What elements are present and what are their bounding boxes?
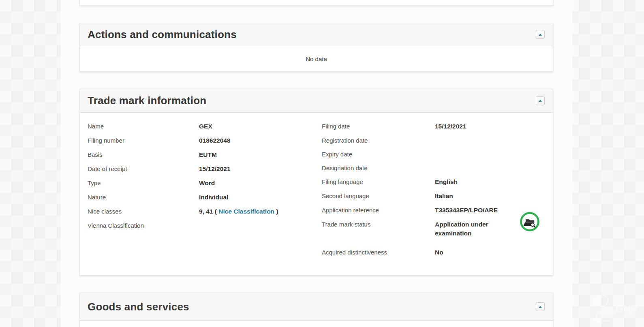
field-label: Name	[88, 122, 199, 131]
actions-communications-card: Actions and communications No data	[79, 23, 553, 72]
field-label: Nature	[88, 193, 199, 202]
field-label: Registration date	[322, 136, 435, 145]
field-value: English	[435, 177, 458, 186]
gnp-watermark: GNP	[587, 289, 640, 325]
field-value: Italian	[435, 192, 453, 201]
field-row-second-language: Second language Italian	[322, 192, 545, 201]
field-value: 15/12/2021	[435, 122, 466, 131]
field-value: Individual	[199, 193, 228, 202]
collapse-section-button[interactable]	[536, 30, 545, 39]
field-row-date-of-receipt: Date of receipt 15/12/2021	[88, 165, 322, 173]
no-data-text: No data	[306, 56, 327, 62]
field-row-nature: Nature Individual	[88, 193, 322, 202]
folder-magnifier-icon	[520, 212, 540, 232]
field-label: Date of receipt	[88, 165, 199, 173]
previous-card-bottom-edge	[79, 0, 553, 6]
section-title: Goods and services	[88, 301, 189, 313]
chevron-up-icon	[539, 100, 542, 102]
field-label: Basis	[88, 150, 199, 159]
field-value: 9, 41 ( Nice Classification )	[199, 207, 278, 216]
tm-right-column: Filing date 15/12/2021 Registration date…	[322, 122, 545, 262]
field-row-type: Type Word	[88, 179, 322, 188]
field-value: 15/12/2021	[199, 165, 231, 173]
field-value: 018622048	[199, 136, 231, 145]
trade-mark-information-card: Trade mark information Name GEX Filing n…	[79, 89, 553, 276]
field-value: No	[435, 248, 443, 257]
field-label: Second language	[322, 192, 435, 201]
field-label: Filing date	[322, 122, 435, 131]
tm-left-column: Name GEX Filing number 018622048 Basis E…	[88, 122, 322, 262]
goods-and-services-card: Goods and services	[79, 293, 553, 327]
field-row-application-reference: Application reference T335343EP/LPO/ARE	[322, 206, 545, 215]
section-title: Actions and communications	[88, 28, 237, 41]
field-label: Type	[88, 179, 199, 188]
trade-mark-information-body: Name GEX Filing number 018622048 Basis E…	[80, 113, 553, 262]
goods-and-services-header: Goods and services	[80, 293, 553, 321]
field-label: Acquired distinctiveness	[322, 248, 435, 257]
field-label: Vienna Classification	[88, 221, 199, 230]
field-label: Nice classes	[88, 207, 199, 216]
field-row-filing-number: Filing number 018622048	[88, 136, 322, 145]
section-title: Trade mark information	[88, 94, 206, 107]
field-row-expiry-date: Expiry date	[322, 150, 545, 158]
gnp-watermark-text: GNP	[616, 303, 638, 314]
field-label: Trade mark status	[322, 220, 435, 238]
trade-mark-status-value: Application under examination	[435, 220, 507, 238]
actions-communications-body: No data	[80, 46, 553, 72]
nice-classes-prefix: 9, 41 (	[199, 208, 218, 215]
actions-communications-header: Actions and communications	[80, 23, 553, 46]
field-value: EUTM	[199, 150, 217, 159]
field-value: T335343EP/LPO/ARE	[435, 206, 498, 215]
status-file-inspection-button[interactable]	[520, 212, 540, 232]
chevron-up-icon	[539, 306, 542, 308]
field-row-nice-classes: Nice classes 9, 41 ( Nice Classification…	[88, 207, 322, 216]
field-row-filing-date: Filing date 15/12/2021	[322, 122, 545, 131]
field-row-designation-date: Designation date	[322, 164, 545, 172]
field-row-filing-language: Filing language English	[322, 177, 545, 186]
gnp-watermark-logo-icon	[587, 289, 640, 325]
field-row-trade-mark-status: Trade mark status Application under exam…	[322, 220, 545, 238]
field-label: Application reference	[322, 206, 435, 215]
field-row-basis: Basis EUTM	[88, 150, 322, 159]
trade-mark-information-header: Trade mark information	[80, 89, 553, 113]
collapse-section-button[interactable]	[536, 96, 545, 105]
chevron-up-icon	[539, 34, 542, 36]
field-row-registration-date: Registration date	[322, 136, 545, 145]
field-value: Word	[199, 179, 215, 188]
field-value: GEX	[199, 122, 212, 131]
field-row-name: Name GEX	[88, 122, 322, 131]
field-row-acquired-distinctiveness: Acquired distinctiveness No	[322, 248, 545, 257]
collapse-section-button[interactable]	[536, 302, 545, 311]
nice-classes-suffix: )	[274, 208, 278, 215]
field-label: Expiry date	[322, 150, 435, 158]
field-row-vienna-classification: Vienna Classification	[88, 221, 322, 230]
field-label: Filing number	[88, 136, 199, 145]
field-label: Designation date	[322, 164, 435, 172]
nice-classification-link[interactable]: Nice Classification	[218, 208, 274, 215]
field-label: Filing language	[322, 177, 435, 186]
